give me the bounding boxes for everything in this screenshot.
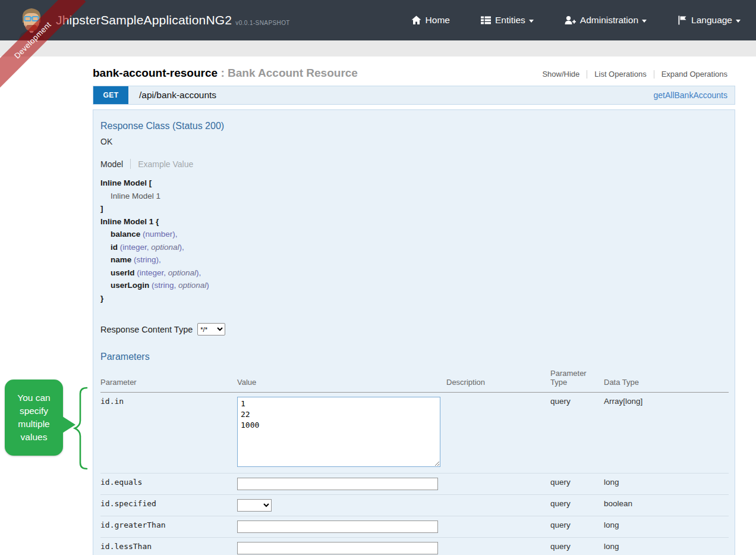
model-array-item: Inline Model 1	[100, 190, 727, 203]
resource-title: bank-account-resource : Bank Account Res…	[93, 67, 358, 80]
param-data-type: long	[604, 516, 729, 538]
param-row-id.specified: id.specifiedqueryboolean	[100, 495, 729, 516]
top-navbar: JhipsterSampleApplicationNG2 v0.0.1-SNAP…	[0, 0, 756, 40]
param-description	[446, 393, 550, 474]
app-title: JhipsterSampleApplicationNG2	[56, 13, 232, 27]
param-type: query	[550, 538, 604, 555]
model-property: balance (number),	[100, 228, 727, 241]
app-version: v0.0.1-SNAPSHOT	[235, 20, 290, 26]
param-name: id.in	[100, 397, 124, 406]
param-type: query	[550, 516, 604, 538]
list-icon	[481, 15, 491, 25]
param-data-type: long	[604, 474, 729, 495]
model-signature: Inline Model [ Inline Model 1 ] Inline M…	[100, 177, 727, 305]
resource-description: Bank Account Resource	[228, 67, 358, 79]
model-property: userId (integer, optional),	[100, 266, 727, 280]
response-class-heading: Response Class (Status 200)	[100, 121, 727, 131]
param-value-textarea-id.in[interactable]	[237, 397, 440, 467]
param-row-id.equals: id.equalsquerylong	[100, 474, 729, 495]
response-content-type-select[interactable]: */*	[197, 323, 225, 335]
jhipster-logo-icon	[17, 5, 46, 39]
resource-actions: Show/Hide List Operations Expand Operati…	[542, 70, 727, 79]
flag-icon	[678, 15, 687, 25]
divider	[654, 70, 654, 79]
response-status-text: OK	[100, 137, 727, 146]
get-method-badge[interactable]: GET	[93, 86, 128, 104]
response-content-type-label: Response Content Type	[100, 325, 193, 334]
param-row-id.lessThan: id.lessThanquerylong	[100, 538, 729, 555]
divider	[587, 70, 587, 79]
param-data-type: boolean	[604, 495, 729, 516]
param-description	[446, 516, 550, 538]
annotation-bubble: You can specify multiple values	[5, 380, 63, 456]
divider	[130, 159, 131, 169]
model-tabs: Model Example Value	[100, 159, 727, 169]
swagger-page: JhipsterSampleApplicationNG2 v0.0.1-SNAP…	[0, 0, 756, 555]
param-value-input-id.equals[interactable]	[237, 478, 438, 490]
parameters-header-row: Parameter Value Description Parameter Ty…	[100, 366, 729, 393]
col-description: Description	[446, 366, 550, 393]
col-parameter-type: Parameter Type	[550, 366, 604, 393]
model-property: name (string),	[100, 253, 727, 266]
nav-home[interactable]: Home	[411, 15, 450, 26]
nav-menu: Home Entities Administration	[380, 15, 756, 26]
model-property: id (integer, optional),	[100, 241, 727, 254]
user-plus-icon	[565, 15, 576, 25]
model-property: userLogin (string, optional)	[100, 279, 727, 292]
operation-detail-panel: Response Class (Status 200) OK Model Exa…	[93, 109, 735, 555]
brand-link[interactable]: JhipsterSampleApplicationNG2 v0.0.1-SNAP…	[0, 1, 290, 39]
chevron-down-icon	[529, 20, 534, 23]
subnav-strip	[0, 40, 756, 57]
param-name: id.greaterThan	[100, 520, 166, 529]
home-icon	[411, 15, 421, 25]
model-object-close: }	[100, 292, 727, 305]
param-type: query	[550, 474, 604, 495]
resource-header: bank-account-resource : Bank Account Res…	[93, 67, 735, 80]
endpoint-get-row[interactable]: GET /api/bank-accounts getAllBankAccount…	[93, 86, 735, 105]
expand-operations-link[interactable]: Expand Operations	[662, 70, 727, 79]
param-data-type: Array[long]	[604, 393, 729, 474]
tab-example-value[interactable]: Example Value	[138, 159, 193, 169]
nav-administration[interactable]: Administration	[565, 15, 647, 26]
tab-model[interactable]: Model	[100, 159, 123, 169]
param-value-select-id.specified[interactable]	[237, 499, 272, 512]
param-description	[446, 495, 550, 516]
param-type: query	[550, 495, 604, 516]
resource-name: bank-account-resource	[93, 67, 218, 79]
param-name: id.equals	[100, 478, 142, 487]
col-data-type: Data Type	[604, 366, 729, 393]
param-value-input-id.greaterThan[interactable]	[237, 520, 438, 533]
param-row-id.greaterThan: id.greaterThanquerylong	[100, 516, 729, 538]
model-object-open: Inline Model 1 {	[100, 215, 727, 228]
endpoint-path-link[interactable]: /api/bank-accounts	[139, 90, 216, 101]
col-parameter: Parameter	[100, 366, 237, 393]
nav-entities[interactable]: Entities	[481, 15, 534, 26]
param-type: query	[550, 393, 604, 474]
annotation-text: You can specify multiple values	[8, 391, 60, 444]
parameters-heading: Parameters	[100, 352, 727, 362]
param-data-type: long	[604, 538, 729, 555]
param-row-id.in: id.inqueryArray[long]	[100, 393, 729, 474]
swagger-content: bank-account-resource : Bank Account Res…	[93, 67, 735, 555]
response-content-type-row: Response Content Type */*	[100, 323, 727, 335]
param-name: id.specified	[100, 499, 156, 508]
param-description	[446, 474, 550, 495]
annotation-brace	[71, 386, 89, 471]
param-name: id.lessThan	[100, 542, 152, 551]
show-hide-link[interactable]: Show/Hide	[542, 70, 579, 79]
model-array-open: Inline Model [	[100, 177, 727, 190]
operation-id-link[interactable]: getAllBankAccounts	[653, 90, 727, 100]
nav-language[interactable]: Language	[678, 15, 741, 26]
chevron-down-icon	[736, 20, 741, 23]
model-array-close: ]	[100, 202, 727, 215]
param-description	[446, 538, 550, 555]
chevron-down-icon	[642, 20, 647, 23]
param-value-input-id.lessThan[interactable]	[237, 542, 438, 554]
parameters-table: Parameter Value Description Parameter Ty…	[100, 366, 729, 555]
col-value: Value	[237, 366, 446, 393]
list-operations-link[interactable]: List Operations	[594, 70, 646, 79]
